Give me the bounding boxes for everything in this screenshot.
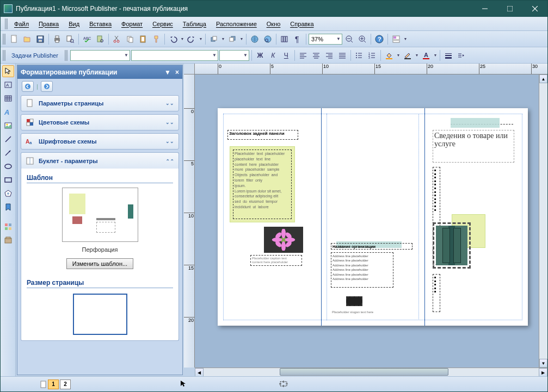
bring-forward-dropdown[interactable]: ▼: [221, 33, 225, 45]
autoshapes-tool[interactable]: [2, 188, 14, 200]
horizontal-scrollbar[interactable]: ◀ ▶: [195, 368, 547, 376]
align-right-button[interactable]: [323, 49, 335, 61]
nav-forward-button[interactable]: [41, 81, 53, 92]
section-color-schemes[interactable]: Цветовые схемы ⌄⌄: [21, 114, 179, 130]
item-from-content-library-tool[interactable]: [2, 234, 14, 246]
section-booklet-params[interactable]: Буклет - параметры ⌄⌄: [21, 152, 179, 169]
page-tab-2[interactable]: 2: [60, 379, 71, 389]
design-gallery-tool[interactable]: [2, 221, 14, 233]
research-button[interactable]: [94, 33, 106, 45]
bold-button[interactable]: Ж: [254, 49, 266, 61]
border-button[interactable]: [442, 49, 454, 61]
menu-arrange[interactable]: Расположение: [212, 19, 261, 29]
zoom-out-button[interactable]: [343, 33, 355, 45]
template-thumbnail[interactable]: [62, 188, 138, 242]
page-tab-1[interactable]: 1: [48, 379, 59, 389]
fill-color-dropdown[interactable]: ▼: [396, 49, 401, 61]
font-combo[interactable]: ▼: [131, 50, 218, 61]
vertical-scrollbar[interactable]: ▲ ▼: [539, 74, 547, 368]
copy-button[interactable]: [124, 33, 136, 45]
back-panel-title[interactable]: Заголовок задней панели: [227, 130, 298, 140]
catalog-dropdown[interactable]: ▼: [403, 33, 408, 45]
close-button[interactable]: [522, 1, 547, 17]
page-size-thumbnail[interactable]: [73, 294, 127, 335]
door-image[interactable]: [433, 222, 471, 269]
menu-file[interactable]: Файл: [10, 19, 33, 29]
font-color-dropdown[interactable]: ▼: [433, 49, 438, 61]
picture-frame-tool[interactable]: [2, 120, 14, 132]
logo-placeholder[interactable]: [346, 296, 362, 306]
scroll-up-button[interactable]: ▲: [539, 74, 547, 83]
oval-tool[interactable]: [2, 160, 14, 172]
page-view[interactable]: Заголовок задней панели Placeholder text…: [195, 74, 539, 368]
ruler-corner[interactable]: [184, 64, 195, 74]
menu-format[interactable]: Формат: [117, 19, 147, 29]
menu-insert[interactable]: Вставка: [85, 19, 116, 29]
line-color-dropdown[interactable]: ▼: [415, 49, 419, 61]
org-address[interactable]: Address line placeholderAddress line pla…: [331, 252, 393, 288]
menu-help[interactable]: Справка: [286, 19, 318, 29]
nav-back-button[interactable]: [22, 81, 34, 92]
task-pane-close-button[interactable]: ×: [175, 69, 179, 76]
print-preview-button[interactable]: [64, 33, 76, 45]
bookmark-tool[interactable]: [2, 201, 14, 213]
publisher-tasks-button[interactable]: Задачи Publisher: [8, 52, 61, 59]
new-button[interactable]: [8, 33, 20, 45]
rectangle-tool[interactable]: [2, 174, 14, 186]
arrow-tool[interactable]: [2, 147, 14, 159]
numbering-button[interactable]: 123: [366, 49, 378, 61]
italic-button[interactable]: К: [267, 49, 279, 61]
redo-dropdown[interactable]: ▼: [199, 33, 203, 45]
scroll-left-button[interactable]: ◀: [195, 368, 204, 376]
section-font-schemes[interactable]: Aa Шрифтовые схемы ⌄⌄: [21, 133, 179, 150]
menu-table[interactable]: Таблица: [178, 19, 211, 29]
send-backward-button[interactable]: [226, 33, 238, 45]
save-button[interactable]: [34, 33, 46, 45]
minimize-button[interactable]: [472, 1, 497, 17]
align-center-button[interactable]: [310, 49, 322, 61]
font-size-combo[interactable]: ▼: [219, 50, 249, 61]
tagline-text[interactable]: Placeholder slogan text here: [331, 309, 393, 315]
front-title[interactable]: Сведения о товаре или услуге: [433, 130, 514, 163]
undo-button[interactable]: [167, 33, 179, 45]
print-button[interactable]: [51, 33, 63, 45]
paste-button[interactable]: [137, 33, 149, 45]
section-page-options[interactable]: Параметры страницы ⌄⌄: [21, 95, 179, 111]
bullets-button[interactable]: [353, 49, 365, 61]
zoom-combo[interactable]: 37%▼: [309, 34, 342, 45]
textbox-tool[interactable]: A: [2, 79, 14, 91]
special-chars-button[interactable]: [262, 33, 274, 45]
paragraph-marks-button[interactable]: ¶: [292, 33, 304, 45]
scroll-down-button[interactable]: ▼: [539, 359, 547, 368]
format-painter-button[interactable]: [150, 33, 162, 45]
menu-window[interactable]: Окно: [262, 19, 285, 29]
perforation-strip-2[interactable]: ■■■■■: [433, 274, 440, 312]
menu-edit[interactable]: Правка: [34, 19, 63, 29]
bring-forward-button[interactable]: [208, 33, 220, 45]
line-tool[interactable]: [2, 133, 14, 145]
fill-color-button[interactable]: [383, 49, 395, 61]
menu-tools[interactable]: Сервис: [148, 19, 177, 29]
redo-button[interactable]: [186, 33, 198, 45]
wordart-tool[interactable]: A: [2, 106, 14, 118]
underline-button[interactable]: Ч: [280, 49, 292, 61]
select-tool[interactable]: [2, 65, 14, 77]
scroll-right-button[interactable]: ▶: [539, 368, 547, 376]
align-justify-button[interactable]: [336, 49, 348, 61]
webpage-preview-button[interactable]: [249, 33, 261, 45]
line-color-button[interactable]: [402, 49, 414, 61]
align-left-button[interactable]: [297, 49, 309, 61]
catalog-button[interactable]: [390, 33, 402, 45]
menu-view[interactable]: Вид: [64, 19, 84, 29]
horizontal-ruler[interactable]: 0 5 10 15 20 25 30: [195, 64, 547, 74]
undo-dropdown[interactable]: ▼: [180, 33, 184, 45]
publication-page[interactable]: Заголовок задней панели Placeholder text…: [218, 108, 528, 326]
spellcheck-button[interactable]: ABC: [81, 33, 93, 45]
flower-image[interactable]: [264, 227, 303, 253]
font-color-button[interactable]: A: [420, 49, 432, 61]
help-button[interactable]: ?: [373, 33, 385, 45]
open-button[interactable]: [21, 33, 33, 45]
vertical-ruler[interactable]: 0 5 10 15 20: [184, 74, 195, 368]
phone-text[interactable]: [444, 309, 514, 315]
change-template-button[interactable]: Изменить шаблон...: [66, 258, 133, 269]
